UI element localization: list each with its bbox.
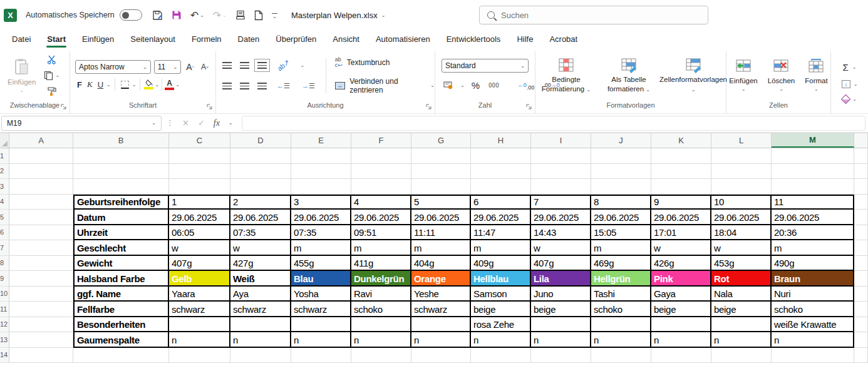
cell-I10[interactable]: Juno bbox=[531, 287, 591, 302]
cell-E7[interactable]: m bbox=[291, 240, 351, 256]
cell-F7[interactable]: m bbox=[351, 240, 411, 256]
row-header-13[interactable]: 13 bbox=[0, 332, 9, 348]
cell-G6[interactable]: 11:11 bbox=[411, 225, 471, 241]
fx-chevron-icon[interactable]: ⌄ bbox=[229, 120, 233, 126]
cancel-formula-icon[interactable]: ✕ bbox=[182, 118, 189, 128]
cell-B3[interactable] bbox=[73, 179, 169, 195]
cell-C13[interactable]: n bbox=[169, 332, 230, 348]
bold-button[interactable]: F bbox=[75, 79, 84, 91]
cell-G5[interactable]: 29.06.2025 bbox=[411, 210, 471, 225]
row-header-2[interactable]: 2 bbox=[0, 164, 9, 180]
tab-start[interactable]: Start bbox=[39, 31, 74, 49]
cell-D2[interactable] bbox=[230, 164, 291, 180]
cell-B7[interactable]: Geschlecht bbox=[73, 240, 169, 256]
insert-function-icon[interactable]: fx bbox=[214, 118, 220, 128]
cell-M2[interactable] bbox=[772, 164, 854, 180]
column-header-J[interactable]: J bbox=[591, 133, 651, 148]
row-header-1[interactable]: 1 bbox=[0, 148, 9, 164]
cell-I5[interactable]: 29.06.2025 bbox=[531, 210, 591, 225]
excel-app-icon[interactable]: X bbox=[4, 9, 17, 22]
search-box[interactable] bbox=[479, 6, 708, 24]
row-header-7[interactable]: 7 bbox=[0, 240, 9, 256]
cell-C2[interactable] bbox=[169, 164, 230, 180]
cell-K7[interactable]: w bbox=[651, 240, 711, 256]
cell-L10[interactable]: Nala bbox=[711, 287, 772, 302]
cell-I7[interactable]: w bbox=[531, 240, 591, 256]
enter-formula-icon[interactable]: ✓ bbox=[198, 118, 205, 128]
cell-I6[interactable]: 14:43 bbox=[531, 225, 591, 241]
cell-J6[interactable]: 15:05 bbox=[591, 225, 651, 241]
cell-D13[interactable]: n bbox=[230, 332, 291, 348]
tab-seitenlayout[interactable]: Seitenlayout bbox=[122, 31, 183, 49]
thousands-icon[interactable]: 000 bbox=[487, 81, 501, 90]
cell-partial-7[interactable] bbox=[854, 240, 868, 256]
cell-K10[interactable]: Gaya bbox=[651, 287, 711, 302]
cell-D11[interactable]: schwarz bbox=[230, 302, 291, 317]
cell-partial-3[interactable] bbox=[854, 179, 868, 195]
font-size-combo[interactable]: 11⌄ bbox=[154, 60, 182, 74]
cell-F1[interactable] bbox=[351, 148, 411, 164]
align-right-icon[interactable] bbox=[257, 83, 267, 89]
cell-partial-13[interactable] bbox=[854, 332, 868, 348]
cell-J10[interactable]: Tashi bbox=[591, 287, 651, 302]
cell-B12[interactable]: Besonderheiten bbox=[73, 317, 169, 333]
cell-H2[interactable] bbox=[471, 164, 531, 180]
cell-J7[interactable]: m bbox=[591, 240, 651, 256]
cell-E11[interactable]: schwarz bbox=[291, 302, 351, 317]
cell-D1[interactable] bbox=[230, 148, 291, 164]
cell-M6[interactable]: 20:36 bbox=[772, 225, 854, 241]
cell-B9[interactable]: Halsband Farbe bbox=[73, 271, 169, 287]
save-icon[interactable] bbox=[152, 10, 163, 21]
cell-K5[interactable]: 29.06.2025 bbox=[651, 210, 711, 225]
cell-M13[interactable]: n bbox=[772, 332, 854, 348]
merge-center-button[interactable]: ↔ Verbinden und zentrieren ⌄ bbox=[335, 77, 435, 94]
increase-font-icon[interactable]: A^ bbox=[184, 61, 196, 73]
accounting-format-icon[interactable] bbox=[442, 80, 455, 91]
insert-cells-button[interactable]: Einfügen ⌄ bbox=[725, 58, 761, 93]
row-header-3[interactable]: 3 bbox=[0, 179, 9, 195]
decrease-font-icon[interactable]: A˅ bbox=[199, 61, 210, 73]
cell-F2[interactable] bbox=[351, 164, 411, 180]
increase-decimal-icon[interactable]: ←0.00 bbox=[516, 78, 537, 92]
tab-automatisieren[interactable]: Automatisieren bbox=[368, 31, 438, 49]
column-header-A[interactable]: A bbox=[9, 133, 73, 148]
cell-M10[interactable]: Nuri bbox=[772, 287, 854, 302]
cell-partial-4[interactable] bbox=[854, 195, 868, 210]
cell-L2[interactable] bbox=[711, 164, 772, 180]
cell-L5[interactable]: 29.06.2025 bbox=[711, 210, 772, 225]
cell-K4[interactable]: 9 bbox=[651, 195, 711, 210]
cell-I12[interactable] bbox=[531, 317, 591, 333]
cell-D5[interactable]: 29.06.2025 bbox=[230, 210, 291, 225]
cell-A11[interactable] bbox=[9, 302, 73, 317]
cell-F13[interactable]: n bbox=[351, 332, 411, 348]
cell-E2[interactable] bbox=[291, 164, 351, 180]
cell-I9[interactable]: Lila bbox=[531, 271, 591, 287]
column-header-H[interactable]: H bbox=[471, 133, 531, 148]
cell-A6[interactable] bbox=[9, 225, 73, 241]
cell-B10[interactable]: ggf. Name bbox=[73, 287, 169, 302]
cell-G8[interactable]: 404g bbox=[411, 256, 471, 272]
cell-L3[interactable] bbox=[711, 179, 772, 195]
align-left-icon[interactable] bbox=[222, 83, 232, 89]
cell-E6[interactable]: 07:35 bbox=[291, 225, 351, 241]
wrap-text-button[interactable]: abc↩ Textumbruch bbox=[335, 57, 435, 68]
cell-B2[interactable] bbox=[73, 164, 169, 180]
percent-icon[interactable]: % bbox=[470, 79, 482, 92]
autosave-toggle[interactable] bbox=[120, 9, 142, 21]
cell-M3[interactable] bbox=[772, 179, 854, 195]
paste-button[interactable]: Einfügen ⌄ bbox=[4, 56, 39, 94]
cell-G2[interactable] bbox=[411, 164, 471, 180]
cell-J14[interactable] bbox=[591, 348, 651, 363]
cell-C1[interactable] bbox=[169, 148, 230, 164]
row-header-11[interactable]: 11 bbox=[0, 302, 9, 317]
clear-icon[interactable]: ⌄ bbox=[840, 94, 859, 104]
cell-B11[interactable]: Fellfarbe bbox=[73, 302, 169, 317]
cell-E12[interactable] bbox=[291, 317, 351, 333]
cell-partial-1[interactable] bbox=[854, 148, 868, 164]
cell-H7[interactable]: m bbox=[471, 240, 531, 256]
cell-H10[interactable]: Samson bbox=[471, 287, 531, 302]
cell-partial-14[interactable] bbox=[854, 348, 868, 363]
cell-B14[interactable] bbox=[73, 348, 169, 363]
orientation-icon[interactable]: ab↗ bbox=[274, 56, 294, 75]
tab-formeln[interactable]: Formeln bbox=[183, 31, 230, 49]
